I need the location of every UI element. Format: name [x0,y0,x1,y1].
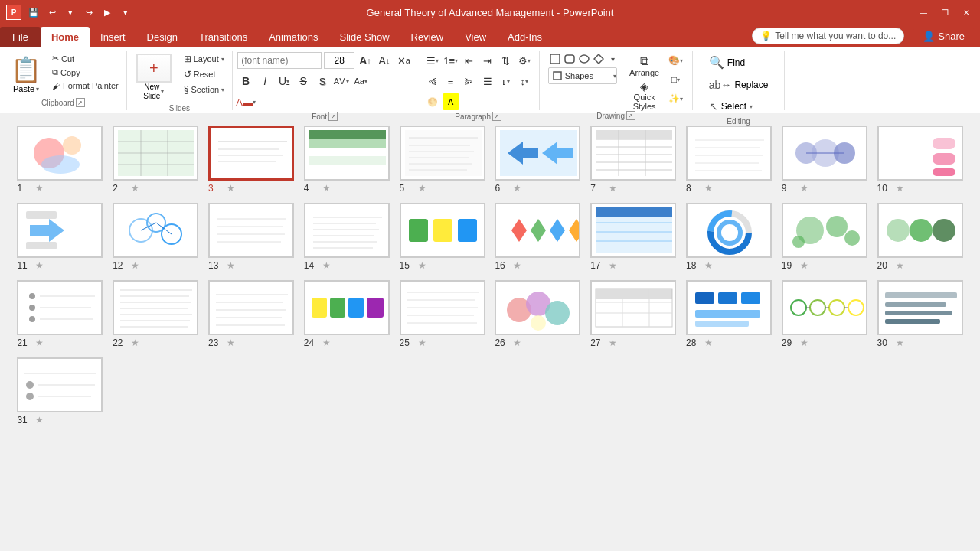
slide-thumb-25[interactable] [400,280,485,335]
slide-star-7[interactable]: ★ [609,183,617,194]
slide-star-17[interactable]: ★ [609,260,617,271]
slide-star-8[interactable]: ★ [704,183,713,194]
shapes-dropdown-button[interactable]: Shapes▾ [548,67,617,84]
tab-insert[interactable]: Insert [90,27,136,47]
slide-thumb-3[interactable] [208,126,294,181]
grow-font-button[interactable]: A↑ [357,52,374,69]
slide-item-17[interactable]: 17★ [589,203,678,271]
save-button[interactable]: 💾 [26,5,41,20]
char-spacing-button[interactable]: AV▾ [333,73,350,90]
new-slide-button[interactable]: + NewSlide▾ [132,52,176,103]
convert-to-smartart-button[interactable]: ⚙▾ [516,52,533,69]
slide-item-19[interactable]: 19★ [779,203,869,271]
slide-thumb-19[interactable] [782,203,867,258]
quick-styles-button[interactable]: ◈ QuickStyles [626,82,663,109]
minimize-button[interactable]: — [916,6,931,18]
slide-item-26[interactable]: 26★ [493,280,583,348]
slide-item-20[interactable]: 20★ [875,203,965,271]
slide-item-14[interactable]: 14★ [302,203,391,271]
undo-button[interactable]: ↩ [44,5,60,20]
slide-star-19[interactable]: ★ [800,260,808,271]
bullets-button[interactable]: ☰▾ [424,52,441,69]
shape-outline-button[interactable]: □▾ [668,71,684,88]
tab-review[interactable]: Review [400,27,455,47]
slide-star-18[interactable]: ★ [704,260,713,271]
maximize-button[interactable]: ❐ [937,6,952,18]
slide-item-2[interactable]: 2★ [111,126,201,194]
slide-thumb-9[interactable] [782,126,867,181]
slide-item-11[interactable]: 11★ [15,203,105,271]
slide-thumb-18[interactable] [686,203,772,258]
underline-button[interactable]: U▾ [276,73,292,90]
tab-addins[interactable]: Add-Ins [497,27,553,47]
slide-star-10[interactable]: ★ [896,183,904,194]
slide-thumb-14[interactable] [304,203,390,258]
redo-button[interactable]: ↪ [81,5,96,20]
slide-thumb-27[interactable] [590,280,676,335]
slide-star-21[interactable]: ★ [35,337,44,348]
slide-star-3[interactable]: ★ [227,183,235,194]
slide-star-2[interactable]: ★ [131,183,139,194]
slide-item-4[interactable]: 4★ [302,126,391,194]
drawing-expand-button[interactable]: ↗ [626,111,635,120]
slide-item-5[interactable]: 5★ [397,126,487,194]
slide-thumb-21[interactable] [17,280,103,335]
slide-star-28[interactable]: ★ [704,337,713,348]
shape-oval[interactable] [577,52,591,66]
customize-qat[interactable]: ▾ [118,5,133,20]
decrease-indent-button[interactable]: ⇤ [461,52,478,69]
clipboard-expand-button[interactable]: ↗ [76,98,85,107]
tab-file[interactable]: File [0,27,41,47]
slide-star-9[interactable]: ★ [800,183,808,194]
text-direction-button[interactable]: ⇅ [498,52,514,69]
slide-star-26[interactable]: ★ [513,337,521,348]
change-case-button[interactable]: Aa▾ [352,73,369,90]
select-button[interactable]: ↖ Select ▾ [703,97,759,116]
columns-button[interactable]: ⫾▾ [498,73,514,90]
tab-animations[interactable]: Animations [258,27,328,47]
clear-formatting-button[interactable]: ✕a [395,52,412,69]
slide-star-12[interactable]: ★ [131,260,139,271]
format-painter-button[interactable]: 🖌 Format Painter [49,80,122,92]
slide-thumb-31[interactable] [17,357,103,412]
tab-slideshow[interactable]: Slide Show [328,27,400,47]
slide-thumb-7[interactable] [590,126,676,181]
reset-button[interactable]: ↺ Reset [181,67,227,81]
slide-star-16[interactable]: ★ [513,260,521,271]
slide-star-5[interactable]: ★ [418,183,426,194]
slide-thumb-2[interactable] [113,126,198,181]
slide-item-23[interactable]: 23★ [207,280,296,348]
slide-item-12[interactable]: 12★ [111,203,201,271]
tab-home[interactable]: Home [41,27,90,47]
slide-star-30[interactable]: ★ [896,337,904,348]
slide-thumb-12[interactable] [113,203,198,258]
strikethrough-button[interactable]: S [295,73,312,90]
slide-star-25[interactable]: ★ [418,337,426,348]
slide-thumb-5[interactable] [400,126,485,181]
slide-star-27[interactable]: ★ [609,337,617,348]
slide-thumb-17[interactable] [590,203,676,258]
slide-item-29[interactable]: 29★ [779,280,869,348]
shape-rounded-rect[interactable] [563,52,577,66]
italic-button[interactable]: I [256,73,273,90]
slide-thumb-15[interactable] [400,203,485,258]
tab-view[interactable]: View [454,27,497,47]
slide-item-30[interactable]: 30★ [875,280,965,348]
slide-thumb-30[interactable] [877,280,963,335]
increase-indent-button[interactable]: ⇥ [479,52,496,69]
line-spacing-button[interactable]: ↕▾ [516,73,533,90]
slide-thumb-20[interactable] [877,203,963,258]
shadow-button[interactable]: S [314,73,331,90]
bold-button[interactable]: B [237,73,254,90]
slide-item-21[interactable]: 21★ [15,280,105,348]
slide-item-16[interactable]: 16★ [493,203,583,271]
slide-thumb-13[interactable] [208,203,294,258]
arrange-button[interactable]: ⧉ Arrange [626,52,663,80]
slide-thumb-1[interactable] [17,126,103,181]
slide-item-13[interactable]: 13★ [207,203,296,271]
share-button[interactable]: 👤 Share [913,28,974,45]
slide-star-14[interactable]: ★ [322,260,331,271]
slide-item-15[interactable]: 15★ [397,203,487,271]
shape-effects-button[interactable]: ✨▾ [668,90,684,107]
slide-star-23[interactable]: ★ [227,337,235,348]
